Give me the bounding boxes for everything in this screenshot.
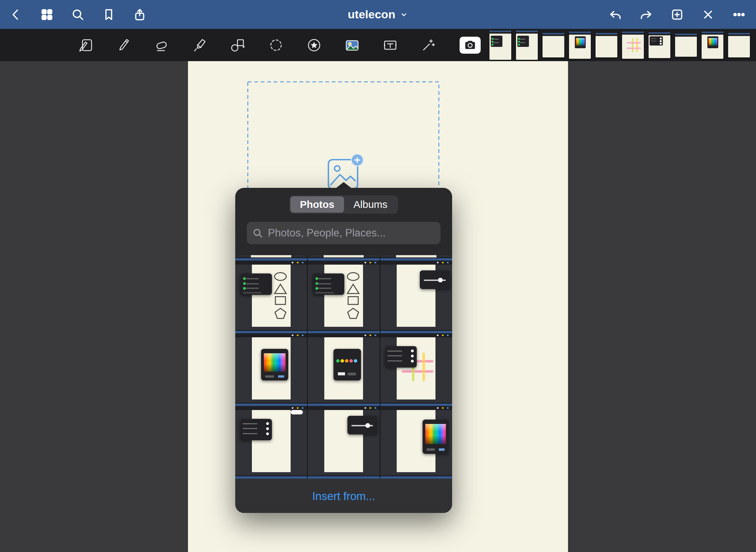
share-button[interactable]: [132, 7, 147, 22]
search-button[interactable]: [70, 7, 85, 22]
mini-panel: [420, 270, 450, 289]
mini-panel: [240, 419, 272, 441]
popover-arrow: [336, 182, 351, 188]
pen-case-tool[interactable]: [78, 37, 94, 53]
photo-grid-overflow-top: [235, 255, 452, 257]
camera-button[interactable]: [460, 37, 481, 54]
shapes-tool[interactable]: [230, 37, 246, 53]
page-thumbnail[interactable]: [543, 33, 564, 57]
undo-button[interactable]: [608, 7, 623, 22]
redo-button[interactable]: [639, 7, 654, 22]
mini-topbar: [235, 258, 307, 261]
highlighter-icon: [192, 37, 208, 53]
photo-search-input[interactable]: [267, 227, 435, 239]
photo-thumbnail[interactable]: [235, 258, 307, 330]
mini-toolbar: [380, 406, 452, 410]
add-page-button[interactable]: [670, 7, 685, 22]
photo-thumbnail[interactable]: [308, 258, 379, 330]
page-thumbnail[interactable]: [489, 31, 511, 60]
back-button[interactable]: [8, 7, 23, 22]
exit-button[interactable]: [701, 7, 716, 22]
mini-toolbar: [308, 261, 379, 265]
laser-pointer-icon: [420, 37, 436, 53]
mini-shapes-art: [341, 271, 365, 321]
page-thumbnail-content: [517, 36, 529, 47]
page-thumbnail-topbar: [543, 33, 564, 36]
mini-topbar: [308, 404, 379, 406]
laser-pointer-tool[interactable]: [420, 37, 436, 53]
page-thumbnail[interactable]: [649, 32, 670, 58]
photo-thumbnail[interactable]: [380, 258, 452, 330]
mini-toolbar: [308, 406, 379, 410]
bookmark-button[interactable]: [101, 7, 116, 22]
elements-star-icon: [306, 37, 322, 53]
add-image-badge[interactable]: [351, 154, 364, 166]
page-thumbnail[interactable]: [569, 32, 591, 59]
page-thumbnail-content: [650, 36, 663, 46]
more-icon: [732, 8, 746, 21]
document-title-dropdown[interactable]: utelecon: [348, 0, 408, 29]
chevron-down-icon: [399, 10, 408, 19]
eraser-tool[interactable]: [154, 37, 170, 53]
shapes-icon: [230, 37, 246, 53]
page-thumbnail[interactable]: [702, 32, 723, 59]
page-thumbnail[interactable]: [728, 33, 750, 57]
mini-topbar: [380, 331, 452, 333]
mini-toolbar: [235, 261, 307, 265]
undo-icon: [608, 8, 622, 21]
photo-thumbnail[interactable]: [235, 404, 307, 476]
elements-tool[interactable]: [306, 37, 322, 53]
photo-thumbnail[interactable]: [235, 331, 307, 403]
back-icon: [9, 8, 23, 21]
lasso-tool[interactable]: [268, 37, 284, 53]
tab-albums[interactable]: Albums: [344, 196, 397, 213]
page-thumbnail[interactable]: [596, 33, 617, 57]
highlighter-tool[interactable]: [192, 37, 208, 53]
mini-topbar: [308, 331, 379, 333]
mini-toolbar: [380, 333, 452, 337]
page-thumbnail-topbar: [728, 33, 750, 36]
mini-topbar: [380, 404, 452, 406]
photo-thumbnail[interactable]: [308, 331, 379, 403]
page-thumbnail-topbar: [596, 33, 617, 36]
mini-toolbar: [235, 333, 307, 337]
photo-thumbnail[interactable]: [380, 331, 452, 403]
more-button[interactable]: [732, 7, 746, 22]
thumbnails-button[interactable]: [39, 7, 54, 22]
text-tool[interactable]: [382, 37, 398, 53]
thumbnails-icon: [40, 8, 54, 21]
mini-panel: [347, 416, 378, 434]
tool-group: [78, 29, 436, 61]
mini-panel: [261, 349, 288, 380]
insert-from-label: Insert from...: [312, 490, 375, 503]
top-navigation-bar: utelecon: [0, 0, 756, 29]
photo-search-field[interactable]: [247, 222, 441, 244]
mini-shapes-art: [268, 271, 293, 321]
mini-pill-art: [291, 410, 303, 414]
photo-grid-container: [235, 255, 452, 479]
page-thumbnail[interactable]: [675, 34, 697, 57]
photo-thumbnail[interactable]: [380, 404, 452, 476]
insert-from-button[interactable]: Insert from...: [235, 479, 452, 513]
page-thumbnail-topbar: [675, 34, 697, 37]
mini-topbar: [308, 258, 379, 261]
search-icon: [252, 228, 263, 238]
photo-thumbnail[interactable]: [308, 404, 379, 476]
page-thumbnail-content: [491, 36, 503, 47]
add-page-icon: [670, 8, 684, 21]
image-tool[interactable]: [344, 37, 360, 53]
page-thumbnail-topbar: [516, 31, 538, 34]
page-thumbnail-content: [575, 36, 586, 48]
tab-photos[interactable]: Photos: [290, 196, 344, 213]
pen-tool[interactable]: [116, 37, 132, 53]
mini-toolbar: [235, 406, 307, 410]
page-thumbnail[interactable]: [516, 31, 538, 60]
pen-icon: [116, 37, 132, 53]
mini-panel: [333, 349, 361, 380]
page-thumbnail[interactable]: [622, 32, 644, 59]
mini-topbar: [235, 331, 307, 333]
photo-grid: [235, 258, 452, 476]
pen-case-icon: [78, 37, 94, 53]
redo-icon: [639, 8, 653, 21]
mini-panel: [385, 346, 417, 368]
